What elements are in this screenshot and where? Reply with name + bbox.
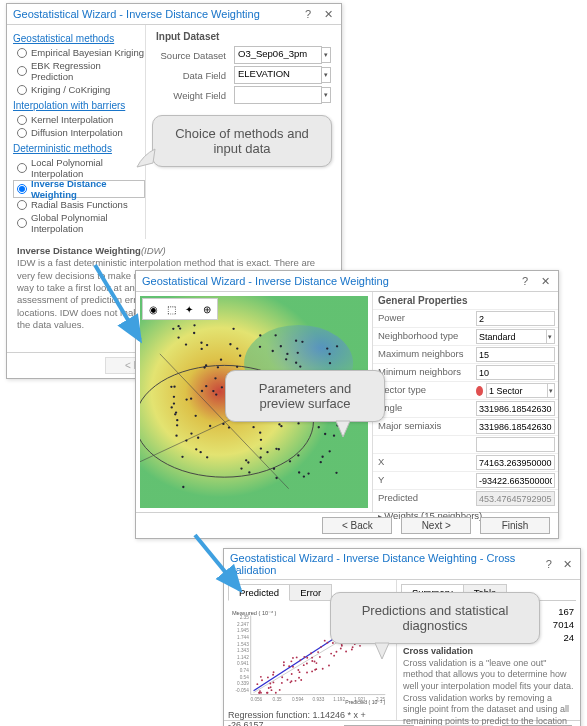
- svg-point-70: [259, 334, 261, 336]
- radio[interactable]: [17, 48, 27, 58]
- svg-point-85: [209, 425, 211, 427]
- svg-point-69: [171, 406, 173, 408]
- prop-value[interactable]: [476, 311, 555, 326]
- tool-1[interactable]: ◉: [144, 300, 162, 318]
- radio[interactable]: [17, 85, 27, 95]
- prop-value[interactable]: [486, 383, 548, 398]
- svg-point-198: [292, 657, 294, 659]
- regression-function: Regression function: 1.14246 * x + -26.6…: [228, 708, 392, 726]
- radio[interactable]: [17, 66, 27, 76]
- svg-point-24: [175, 434, 177, 436]
- svg-point-209: [270, 686, 272, 688]
- prop-value[interactable]: [476, 365, 555, 380]
- close-icon[interactable]: ✕: [538, 274, 552, 288]
- prop-value[interactable]: [476, 419, 555, 434]
- svg-point-26: [206, 456, 208, 458]
- svg-point-100: [181, 456, 183, 458]
- next-button[interactable]: Next >: [401, 517, 471, 534]
- svg-point-174: [306, 657, 308, 659]
- svg-point-215: [359, 645, 361, 647]
- svg-point-95: [194, 415, 196, 417]
- dropdown-icon[interactable]: ▾: [548, 383, 555, 398]
- radio[interactable]: [17, 115, 27, 125]
- svg-point-32: [173, 386, 175, 388]
- svg-point-122: [221, 386, 223, 388]
- prop-value[interactable]: [476, 437, 555, 452]
- svg-text:0.339: 0.339: [237, 681, 249, 686]
- method-option[interactable]: Diffusion Interpolation: [13, 126, 145, 139]
- method-option[interactable]: Local Polynomial Interpolation: [13, 156, 145, 180]
- tool-4[interactable]: ⊕: [198, 300, 216, 318]
- method-option[interactable]: Radial Basis Functions: [13, 198, 145, 211]
- tool-3[interactable]: ✦: [180, 300, 198, 318]
- properties-panel: General Properties PowerNeighborhood typ…: [372, 292, 558, 512]
- svg-point-84: [177, 325, 179, 327]
- prop-key: Predicted: [373, 490, 473, 507]
- help-icon[interactable]: ?: [518, 274, 532, 288]
- svg-point-18: [274, 334, 276, 336]
- prop-value[interactable]: [476, 401, 555, 416]
- back-button[interactable]: < Back: [322, 517, 392, 534]
- svg-text:Predicted ( 10⁻² ): Predicted ( 10⁻² ): [345, 699, 385, 705]
- field-value[interactable]: [234, 86, 322, 104]
- tab-error[interactable]: Error: [289, 584, 332, 600]
- dropdown-icon[interactable]: ▾: [322, 87, 331, 103]
- radio[interactable]: [17, 184, 27, 194]
- field-value[interactable]: ELEVATION: [234, 66, 322, 84]
- svg-point-43: [176, 419, 178, 421]
- method-option[interactable]: Inverse Distance Weighting: [13, 180, 145, 198]
- tool-2[interactable]: ⬚: [162, 300, 180, 318]
- svg-point-165: [314, 661, 316, 663]
- svg-point-106: [248, 471, 250, 473]
- method-list: Geostatistical methods Empirical Bayesia…: [7, 25, 146, 239]
- svg-text:0.056: 0.056: [250, 697, 262, 702]
- svg-point-10: [298, 471, 300, 473]
- svg-point-199: [271, 689, 273, 691]
- svg-point-94: [228, 426, 230, 428]
- help-icon[interactable]: ?: [542, 557, 555, 571]
- svg-point-30: [215, 393, 217, 395]
- radio[interactable]: [17, 163, 27, 173]
- svg-text:0.74: 0.74: [240, 668, 250, 673]
- field-label: Data Field: [156, 70, 234, 81]
- prop-value[interactable]: [476, 473, 555, 488]
- method-option[interactable]: Kriging / CoKriging: [13, 83, 145, 96]
- prop-value[interactable]: [476, 491, 555, 506]
- svg-point-90: [212, 390, 214, 392]
- prop-key: X: [373, 454, 473, 471]
- svg-point-213: [352, 646, 354, 648]
- prop-key: Neighborhood type: [373, 328, 473, 345]
- svg-point-50: [185, 398, 187, 400]
- svg-text:2.247: 2.247: [237, 622, 249, 627]
- help-icon[interactable]: ?: [301, 7, 315, 21]
- svg-point-204: [324, 640, 326, 642]
- prop-value[interactable]: [476, 347, 555, 362]
- finish-button[interactable]: Finish: [480, 517, 550, 534]
- svg-point-118: [266, 451, 268, 453]
- prop-value[interactable]: [476, 329, 547, 344]
- prop-value[interactable]: [476, 455, 555, 470]
- radio[interactable]: [17, 218, 27, 228]
- method-option[interactable]: Kernel Interpolation: [13, 113, 145, 126]
- method-option[interactable]: Empirical Bayesian Kriging: [13, 46, 145, 59]
- close-icon[interactable]: ✕: [321, 7, 335, 21]
- field-value[interactable]: O3_Sep06_3pm: [234, 46, 322, 64]
- svg-point-58: [259, 432, 261, 434]
- radio[interactable]: [17, 200, 27, 210]
- svg-text:1.343: 1.343: [237, 648, 249, 653]
- title-text: Geostatistical Wizard - Inverse Distance…: [230, 552, 536, 576]
- dropdown-icon[interactable]: ▾: [322, 47, 331, 63]
- method-option[interactable]: Global Polynomial Interpolation: [13, 211, 145, 235]
- dropdown-icon[interactable]: ▾: [547, 329, 555, 344]
- svg-point-39: [172, 328, 174, 330]
- close-icon[interactable]: ✕: [561, 557, 574, 571]
- input-dataset-header: Input Dataset: [156, 31, 331, 42]
- svg-point-214: [258, 692, 260, 694]
- method-option[interactable]: EBK Regression Prediction: [13, 59, 145, 83]
- prop-key: Maximum neighbors: [373, 346, 473, 363]
- svg-point-179: [311, 670, 313, 672]
- svg-point-200: [286, 679, 288, 681]
- dropdown-icon[interactable]: ▾: [322, 67, 331, 83]
- svg-point-123: [321, 456, 323, 458]
- radio[interactable]: [17, 128, 27, 138]
